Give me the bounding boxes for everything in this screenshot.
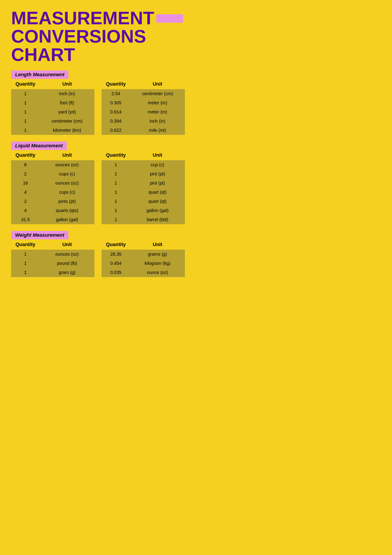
cell-qty2: 1 — [102, 188, 130, 197]
table-row: 2cups (c)1pint (pt) — [11, 169, 185, 179]
title-decoration — [156, 14, 183, 23]
cell-gap — [94, 215, 102, 224]
weight-header-gap — [94, 239, 102, 250]
cell-qty1: 1 — [11, 89, 40, 98]
cell-qty1: 4 — [11, 188, 40, 197]
table-row: 1kilometer (km)0.622mile (mi) — [11, 126, 185, 135]
cell-gap — [94, 188, 102, 197]
cell-gap — [94, 89, 102, 98]
cell-unit1: centimeter (cm) — [40, 117, 94, 126]
table-row: 1foot (ft)0.305meter (m) — [11, 98, 185, 107]
cell-gap — [94, 169, 102, 179]
length-table: Quantity Unit Quantity Unit 1inch (in)2.… — [11, 79, 185, 135]
table-row: 16ounces (oz)1pint (pt) — [11, 179, 185, 188]
cell-unit1: kilometer (km) — [40, 126, 94, 135]
table-row: 4quarts (qts)1gallon (gal) — [11, 206, 185, 215]
title-line2: CONVERSIONS CHART — [11, 26, 146, 65]
cell-qty1: 1 — [11, 259, 40, 268]
cell-qty1: 1 — [11, 98, 40, 107]
table-row: 1ounces (oz)28.35grams (g) — [11, 250, 185, 259]
cell-unit1: gram (g) — [40, 268, 94, 277]
weight-header-unit2: Unit — [130, 239, 185, 250]
cell-qty2: 0.035 — [102, 268, 130, 277]
length-header-unit1: Unit — [40, 79, 94, 89]
cell-unit2: pint (pt) — [130, 179, 185, 188]
liquid-header-qty1: Quantity — [11, 150, 40, 160]
cell-unit1: ounces (oz) — [40, 160, 94, 169]
length-header-unit2: Unit — [130, 79, 185, 89]
cell-unit1: ounces (oz) — [40, 179, 94, 188]
length-section-label: Length Measurement — [11, 70, 68, 79]
weight-table: Quantity Unit Quantity Unit 1ounces (oz)… — [11, 239, 185, 277]
table-row: 4cups (c)1quart (qt) — [11, 188, 185, 197]
cell-unit1: gallon (gal) — [40, 215, 94, 224]
cell-gap — [94, 259, 102, 268]
cell-qty2: 28.35 — [102, 250, 130, 259]
title-line1: MEASUREMENT — [11, 8, 154, 28]
table-row: 8ounces (oz)1cup (c) — [11, 160, 185, 169]
cell-gap — [94, 197, 102, 206]
cell-qty2: 0.914 — [102, 107, 130, 117]
cell-unit2: cup (c) — [130, 160, 185, 169]
table-row: 1pound (lb)0.454kilogram (kg) — [11, 259, 185, 268]
cell-unit1: pound (lb) — [40, 259, 94, 268]
cell-gap — [94, 179, 102, 188]
cell-unit1: yard (yd) — [40, 107, 94, 117]
weight-section-label: Weight Measurement — [11, 231, 68, 239]
cell-unit2: barrel (bbl) — [130, 215, 185, 224]
weight-header-qty1: Quantity — [11, 239, 40, 250]
cell-unit2: quart (qt) — [130, 188, 185, 197]
cell-qty1: 1 — [11, 268, 40, 277]
cell-gap — [94, 250, 102, 259]
liquid-section-label: Liquid Measurement — [11, 142, 67, 150]
cell-unit1: foot (ft) — [40, 98, 94, 107]
table-row: 31.5gallon (gal)1barrel (bbl) — [11, 215, 185, 224]
cell-qty1: 1 — [11, 250, 40, 259]
weight-header-qty2: Quantity — [102, 239, 130, 250]
cell-gap — [94, 268, 102, 277]
cell-qty1: 31.5 — [11, 215, 40, 224]
cell-unit2: meter (m) — [130, 98, 185, 107]
liquid-header-unit1: Unit — [40, 150, 94, 160]
cell-qty2: 0.454 — [102, 259, 130, 268]
cell-unit2: quart (qt) — [130, 197, 185, 206]
table-row: 1yard (yd)0.914meter (m) — [11, 107, 185, 117]
cell-qty2: 1 — [102, 197, 130, 206]
cell-qty1: 2 — [11, 169, 40, 179]
table-row: 1inch (in)2.54centimeter (cm) — [11, 89, 185, 98]
cell-qty1: 1 — [11, 117, 40, 126]
cell-qty2: 1 — [102, 179, 130, 188]
liquid-header-unit2: Unit — [130, 150, 185, 160]
cell-qty2: 0.622 — [102, 126, 130, 135]
cell-qty1: 1 — [11, 107, 40, 117]
cell-qty1: 8 — [11, 160, 40, 169]
cell-unit1: quarts (qts) — [40, 206, 94, 215]
cell-qty1: 1 — [11, 126, 40, 135]
cell-gap — [94, 160, 102, 169]
table-row: 2pints (pt)1quart (qt) — [11, 197, 185, 206]
table-row: 1centimeter (cm)0.394inch (in) — [11, 117, 185, 126]
cell-gap — [94, 206, 102, 215]
cell-qty2: 1 — [102, 169, 130, 179]
cell-unit1: inch (in) — [40, 89, 94, 98]
length-header-gap — [94, 79, 102, 89]
cell-unit2: gallon (gal) — [130, 206, 185, 215]
length-header-qty1: Quantity — [11, 79, 40, 89]
cell-unit1: ounces (oz) — [40, 250, 94, 259]
cell-qty2: 0.305 — [102, 98, 130, 107]
cell-unit1: cups (c) — [40, 188, 94, 197]
cell-gap — [94, 126, 102, 135]
cell-qty1: 16 — [11, 179, 40, 188]
weight-section: Weight Measurement Quantity Unit Quantit… — [11, 231, 185, 277]
cell-qty1: 4 — [11, 206, 40, 215]
cell-qty2: 1 — [102, 206, 130, 215]
cell-unit1: cups (c) — [40, 169, 94, 179]
cell-unit2: centimeter (cm) — [130, 89, 185, 98]
page-title: MEASUREMENT CONVERSIONS CHART — [11, 9, 185, 64]
cell-unit2: ounce (oz) — [130, 268, 185, 277]
length-section: Length Measurement Quantity Unit Quantit… — [11, 70, 185, 135]
cell-unit2: pint (pt) — [130, 169, 185, 179]
cell-qty2: 0.394 — [102, 117, 130, 126]
cell-unit2: kilogram (kg) — [130, 259, 185, 268]
cell-gap — [94, 117, 102, 126]
